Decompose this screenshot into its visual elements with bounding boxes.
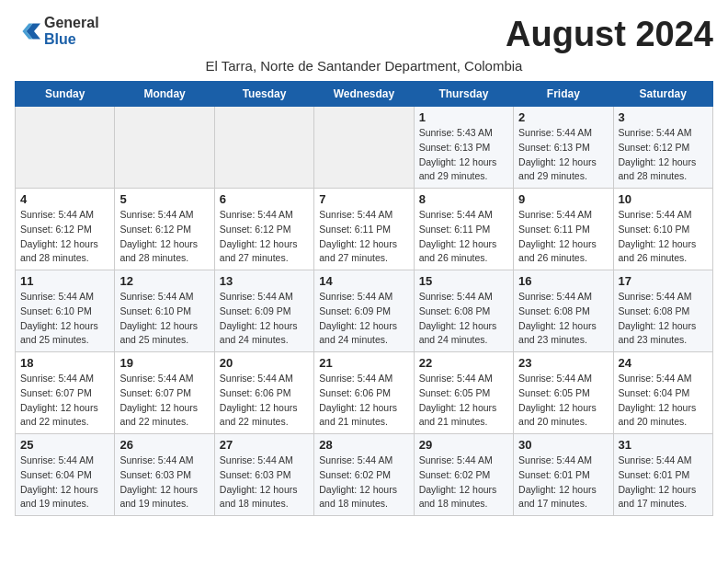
calendar-cell: 7Sunrise: 5:44 AM Sunset: 6:11 PM Daylig… <box>314 189 414 270</box>
day-info: Sunrise: 5:44 AM Sunset: 6:10 PM Dayligh… <box>119 290 209 348</box>
day-info: Sunrise: 5:44 AM Sunset: 6:08 PM Dayligh… <box>419 290 508 348</box>
calendar-cell: 29Sunrise: 5:44 AM Sunset: 6:02 PM Dayli… <box>414 434 513 516</box>
calendar-cell: 30Sunrise: 5:44 AM Sunset: 6:01 PM Dayli… <box>514 434 613 516</box>
weekday-header: Tuesday <box>214 82 313 107</box>
calendar-week-row: 18Sunrise: 5:44 AM Sunset: 6:07 PM Dayli… <box>16 352 713 434</box>
calendar-body: 1Sunrise: 5:43 AM Sunset: 6:13 PM Daylig… <box>16 107 713 516</box>
day-info: Sunrise: 5:44 AM Sunset: 6:02 PM Dayligh… <box>419 454 508 511</box>
calendar-cell: 15Sunrise: 5:44 AM Sunset: 6:08 PM Dayli… <box>414 270 513 352</box>
weekday-row: SundayMondayTuesdayWednesdayThursdayFrid… <box>16 82 713 107</box>
day-info: Sunrise: 5:44 AM Sunset: 6:07 PM Dayligh… <box>20 372 109 430</box>
day-info: Sunrise: 5:44 AM Sunset: 6:01 PM Dayligh… <box>518 454 608 511</box>
calendar-cell: 21Sunrise: 5:44 AM Sunset: 6:06 PM Dayli… <box>314 352 414 434</box>
day-info: Sunrise: 5:44 AM Sunset: 6:09 PM Dayligh… <box>319 290 408 348</box>
calendar-cell: 9Sunrise: 5:44 AM Sunset: 6:11 PM Daylig… <box>514 189 613 270</box>
calendar-cell: 4Sunrise: 5:44 AM Sunset: 6:12 PM Daylig… <box>16 189 115 270</box>
day-number: 18 <box>20 356 109 370</box>
day-number: 8 <box>419 192 508 206</box>
day-info: Sunrise: 5:44 AM Sunset: 6:06 PM Dayligh… <box>220 372 309 430</box>
logo: General Blue <box>15 15 99 48</box>
day-info: Sunrise: 5:44 AM Sunset: 6:05 PM Dayligh… <box>518 372 608 430</box>
calendar-cell: 23Sunrise: 5:44 AM Sunset: 6:05 PM Dayli… <box>514 352 613 434</box>
day-info: Sunrise: 5:44 AM Sunset: 6:03 PM Dayligh… <box>220 454 309 511</box>
calendar-cell: 18Sunrise: 5:44 AM Sunset: 6:07 PM Dayli… <box>16 352 115 434</box>
day-info: Sunrise: 5:44 AM Sunset: 6:06 PM Dayligh… <box>319 372 408 430</box>
calendar-cell: 20Sunrise: 5:44 AM Sunset: 6:06 PM Dayli… <box>214 352 313 434</box>
calendar-cell: 6Sunrise: 5:44 AM Sunset: 6:12 PM Daylig… <box>214 189 313 270</box>
day-info: Sunrise: 5:44 AM Sunset: 6:04 PM Dayligh… <box>619 372 708 430</box>
day-number: 14 <box>319 274 408 288</box>
day-info: Sunrise: 5:44 AM Sunset: 6:13 PM Dayligh… <box>518 126 608 184</box>
calendar-table: SundayMondayTuesdayWednesdayThursdayFrid… <box>15 81 713 516</box>
day-info: Sunrise: 5:44 AM Sunset: 6:11 PM Dayligh… <box>319 208 408 266</box>
logo-text: General Blue <box>44 15 99 48</box>
weekday-header: Friday <box>514 82 613 107</box>
day-number: 26 <box>119 438 209 452</box>
day-info: Sunrise: 5:44 AM Sunset: 6:04 PM Dayligh… <box>20 454 109 511</box>
calendar-cell: 16Sunrise: 5:44 AM Sunset: 6:08 PM Dayli… <box>514 270 613 352</box>
weekday-header: Saturday <box>613 82 712 107</box>
calendar-week-row: 4Sunrise: 5:44 AM Sunset: 6:12 PM Daylig… <box>16 189 713 270</box>
day-info: Sunrise: 5:44 AM Sunset: 6:10 PM Dayligh… <box>20 290 109 348</box>
day-info: Sunrise: 5:44 AM Sunset: 6:11 PM Dayligh… <box>518 208 608 266</box>
weekday-header: Monday <box>115 82 214 107</box>
day-info: Sunrise: 5:44 AM Sunset: 6:07 PM Dayligh… <box>119 372 209 430</box>
weekday-header: Sunday <box>16 82 115 107</box>
day-number: 17 <box>619 274 708 288</box>
day-info: Sunrise: 5:44 AM Sunset: 6:09 PM Dayligh… <box>220 290 309 348</box>
page-header: General Blue August 2024 <box>15 15 713 54</box>
calendar-cell: 28Sunrise: 5:44 AM Sunset: 6:02 PM Dayli… <box>314 434 414 516</box>
calendar-cell: 1Sunrise: 5:43 AM Sunset: 6:13 PM Daylig… <box>414 107 513 189</box>
day-number: 2 <box>518 110 608 124</box>
day-number: 6 <box>220 192 309 206</box>
calendar-cell: 24Sunrise: 5:44 AM Sunset: 6:04 PM Dayli… <box>613 352 712 434</box>
calendar-week-row: 1Sunrise: 5:43 AM Sunset: 6:13 PM Daylig… <box>16 107 713 189</box>
calendar-cell: 22Sunrise: 5:44 AM Sunset: 6:05 PM Dayli… <box>414 352 513 434</box>
day-number: 23 <box>518 356 608 370</box>
day-info: Sunrise: 5:44 AM Sunset: 6:01 PM Dayligh… <box>619 454 708 511</box>
day-number: 20 <box>220 356 309 370</box>
day-number: 10 <box>619 192 708 206</box>
weekday-header: Wednesday <box>314 82 414 107</box>
logo-icon <box>15 18 40 44</box>
day-number: 16 <box>518 274 608 288</box>
day-info: Sunrise: 5:44 AM Sunset: 6:12 PM Dayligh… <box>20 208 109 266</box>
day-number: 7 <box>319 192 408 206</box>
day-number: 11 <box>20 274 109 288</box>
day-info: Sunrise: 5:44 AM Sunset: 6:08 PM Dayligh… <box>518 290 608 348</box>
day-info: Sunrise: 5:44 AM Sunset: 6:02 PM Dayligh… <box>319 454 408 511</box>
day-info: Sunrise: 5:44 AM Sunset: 6:12 PM Dayligh… <box>119 208 209 266</box>
month-year-title: August 2024 <box>506 15 713 54</box>
day-info: Sunrise: 5:43 AM Sunset: 6:13 PM Dayligh… <box>419 126 508 184</box>
day-info: Sunrise: 5:44 AM Sunset: 6:03 PM Dayligh… <box>119 454 209 511</box>
day-number: 29 <box>419 438 508 452</box>
day-number: 30 <box>518 438 608 452</box>
day-number: 1 <box>419 110 508 124</box>
day-info: Sunrise: 5:44 AM Sunset: 6:12 PM Dayligh… <box>619 126 708 184</box>
calendar-cell: 27Sunrise: 5:44 AM Sunset: 6:03 PM Dayli… <box>214 434 313 516</box>
day-info: Sunrise: 5:44 AM Sunset: 6:12 PM Dayligh… <box>220 208 309 266</box>
calendar-cell: 3Sunrise: 5:44 AM Sunset: 6:12 PM Daylig… <box>613 107 712 189</box>
calendar-cell: 31Sunrise: 5:44 AM Sunset: 6:01 PM Dayli… <box>613 434 712 516</box>
location-subtitle: El Tarra, Norte de Santander Department,… <box>15 58 713 74</box>
calendar-cell <box>214 107 313 189</box>
calendar-cell: 19Sunrise: 5:44 AM Sunset: 6:07 PM Dayli… <box>115 352 214 434</box>
day-number: 5 <box>119 192 209 206</box>
calendar-cell: 8Sunrise: 5:44 AM Sunset: 6:11 PM Daylig… <box>414 189 513 270</box>
day-number: 22 <box>419 356 508 370</box>
day-info: Sunrise: 5:44 AM Sunset: 6:10 PM Dayligh… <box>619 208 708 266</box>
calendar-cell: 11Sunrise: 5:44 AM Sunset: 6:10 PM Dayli… <box>16 270 115 352</box>
calendar-cell: 26Sunrise: 5:44 AM Sunset: 6:03 PM Dayli… <box>115 434 214 516</box>
day-info: Sunrise: 5:44 AM Sunset: 6:05 PM Dayligh… <box>419 372 508 430</box>
calendar-week-row: 25Sunrise: 5:44 AM Sunset: 6:04 PM Dayli… <box>16 434 713 516</box>
day-number: 24 <box>619 356 708 370</box>
day-number: 27 <box>220 438 309 452</box>
day-number: 25 <box>20 438 109 452</box>
calendar-cell: 2Sunrise: 5:44 AM Sunset: 6:13 PM Daylig… <box>514 107 613 189</box>
day-info: Sunrise: 5:44 AM Sunset: 6:08 PM Dayligh… <box>619 290 708 348</box>
day-number: 13 <box>220 274 309 288</box>
day-number: 28 <box>319 438 408 452</box>
day-number: 9 <box>518 192 608 206</box>
calendar-cell: 13Sunrise: 5:44 AM Sunset: 6:09 PM Dayli… <box>214 270 313 352</box>
calendar-cell: 10Sunrise: 5:44 AM Sunset: 6:10 PM Dayli… <box>613 189 712 270</box>
